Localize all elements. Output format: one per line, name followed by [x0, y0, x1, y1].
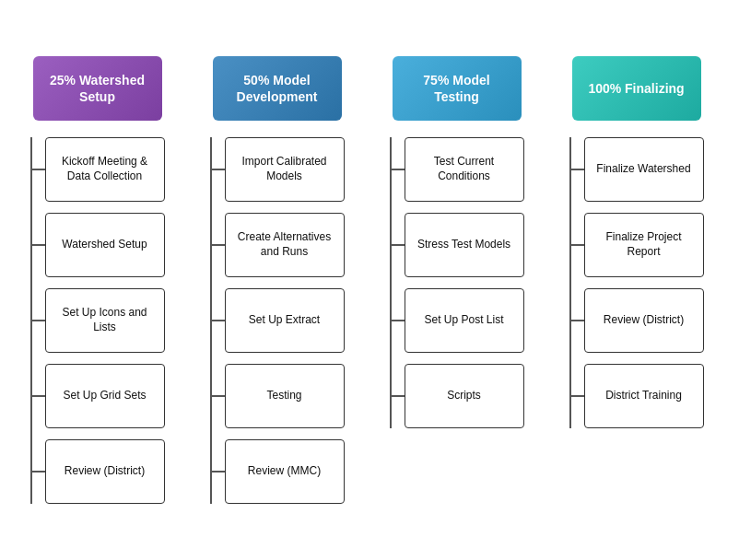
task-box: Set Up Grid Sets: [45, 364, 165, 428]
task-entry: Testing: [212, 364, 345, 428]
tick-line: [212, 169, 225, 170]
task-entry: Review (District): [32, 439, 165, 504]
task-box: Test Current Conditions: [405, 137, 524, 202]
task-entry: Stress Test Models: [392, 213, 524, 277]
tick-line: [392, 395, 405, 397]
task-box: District Training: [584, 364, 704, 428]
tick-line: [32, 169, 45, 170]
column-header-col2: 50% Model Development: [213, 56, 342, 121]
task-entry: Create Alternatives and Runs: [212, 213, 345, 277]
column-col2: 50% Model DevelopmentImport Calibrated M…: [187, 56, 367, 504]
column-body-col3: Test Current ConditionsStress Test Model…: [367, 137, 546, 428]
column-header-col1: 25% Watershed Setup: [33, 56, 162, 121]
task-entry: District Training: [571, 364, 704, 428]
task-entry: Finalize Project Report: [571, 213, 704, 277]
task-box: Stress Test Models: [405, 213, 524, 277]
tick-line: [32, 320, 45, 321]
tasks-column: Import Calibrated ModelsCreate Alternati…: [212, 137, 345, 504]
tick-line: [32, 471, 45, 472]
task-entry: Import Calibrated Models: [212, 137, 345, 202]
task-box: Set Up Extract: [225, 288, 345, 353]
column-header-col3: 75% Model Testing: [393, 56, 522, 121]
column-body-col4: Finalize WatershedFinalize Project Repor…: [546, 137, 726, 428]
tasks-column: Test Current ConditionsStress Test Model…: [392, 137, 524, 428]
task-entry: Watershed Setup: [32, 213, 165, 277]
task-box: Testing: [225, 364, 345, 428]
task-box: Import Calibrated Models: [225, 137, 345, 202]
task-box: Scripts: [405, 364, 524, 428]
tick-line: [571, 395, 584, 397]
tick-line: [571, 244, 584, 246]
column-col1: 25% Watershed SetupKickoff Meeting & Dat…: [7, 56, 187, 504]
task-box: Set Up Post List: [405, 288, 524, 353]
tick-line: [212, 244, 225, 246]
task-box: Review (District): [584, 288, 704, 353]
column-body-col1: Kickoff Meeting & Data CollectionWatersh…: [7, 137, 187, 504]
task-entry: Review (District): [571, 288, 704, 353]
tick-line: [571, 169, 584, 170]
column-col3: 75% Model TestingTest Current Conditions…: [367, 56, 546, 428]
tick-line: [212, 395, 225, 397]
tick-line: [392, 169, 405, 170]
task-entry: Set Up Extract: [212, 288, 345, 353]
tick-line: [32, 244, 45, 246]
task-box: Review (District): [45, 439, 165, 504]
tick-line: [212, 471, 225, 472]
task-box: Set Up Icons and Lists: [45, 288, 165, 353]
task-entry: Scripts: [392, 364, 524, 428]
column-header-col4: 100% Finalizing: [572, 56, 701, 121]
diagram: 25% Watershed SetupKickoff Meeting & Dat…: [0, 47, 739, 513]
task-entry: Kickoff Meeting & Data Collection: [32, 137, 165, 202]
task-box: Kickoff Meeting & Data Collection: [45, 137, 165, 202]
task-box: Finalize Watershed: [584, 137, 704, 202]
task-box: Review (MMC): [225, 439, 345, 504]
task-entry: Set Up Post List: [392, 288, 524, 353]
task-box: Finalize Project Report: [584, 213, 704, 277]
task-box: Create Alternatives and Runs: [225, 213, 345, 277]
column-col4: 100% FinalizingFinalize WatershedFinaliz…: [546, 56, 726, 428]
tick-line: [392, 244, 405, 246]
tasks-column: Finalize WatershedFinalize Project Repor…: [571, 137, 704, 428]
tick-line: [32, 395, 45, 397]
tasks-column: Kickoff Meeting & Data CollectionWatersh…: [32, 137, 165, 504]
task-entry: Set Up Grid Sets: [32, 364, 165, 428]
task-entry: Test Current Conditions: [392, 137, 524, 202]
task-entry: Set Up Icons and Lists: [32, 288, 165, 353]
tick-line: [212, 320, 225, 321]
tick-line: [571, 320, 584, 321]
task-entry: Review (MMC): [212, 439, 345, 504]
task-entry: Finalize Watershed: [571, 137, 704, 202]
tick-line: [392, 320, 405, 321]
task-box: Watershed Setup: [45, 213, 165, 277]
column-body-col2: Import Calibrated ModelsCreate Alternati…: [187, 137, 367, 504]
